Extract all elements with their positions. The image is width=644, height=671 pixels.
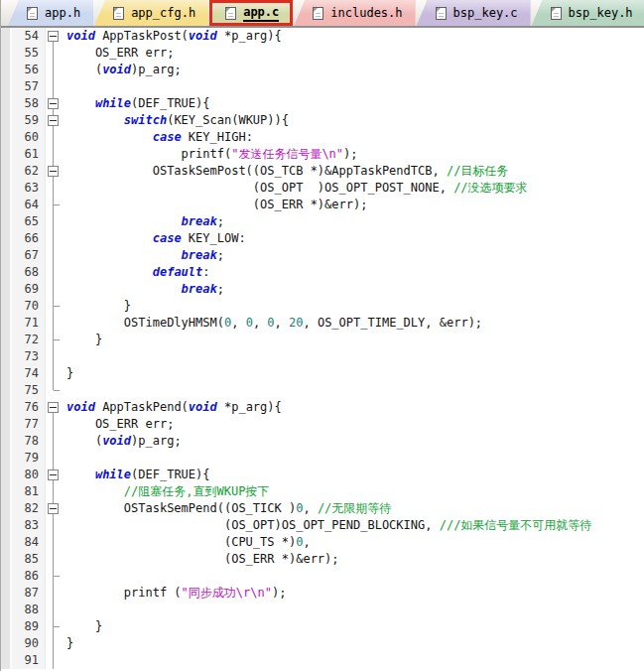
code-text[interactable]: default: <box>61 264 210 281</box>
code-text[interactable] <box>61 78 66 95</box>
code-line: 81 //阻塞任务,直到WKUP按下 <box>1 483 644 500</box>
gutter-margin <box>1 517 12 534</box>
line-number: 74 <box>12 365 45 382</box>
code-text[interactable]: (OS_ERR *)&err); <box>61 197 367 213</box>
fold-connector <box>53 264 54 281</box>
code-text[interactable]: OSTaskSemPost((OS_TCB *)&AppTaskPendTCB,… <box>61 163 508 180</box>
gutter-margin <box>1 45 12 62</box>
code-text[interactable]: void AppTaskPost(void *p_arg){ <box>61 28 282 45</box>
code-text[interactable]: case KEY_HIGH: <box>61 129 253 146</box>
code-text[interactable] <box>61 602 66 618</box>
fold-margin <box>45 585 61 602</box>
fold-collapse-icon[interactable] <box>48 503 59 514</box>
fold-collapse-icon[interactable] <box>48 98 59 109</box>
code-line: 68 default: <box>1 264 644 281</box>
gutter-margin <box>1 635 12 652</box>
tab-app-c[interactable]: app.c <box>209 0 293 26</box>
code-text[interactable]: (OS_OPT)OS_OPT_PEND_BLOCKING, ///如果信号量不可… <box>61 517 591 534</box>
line-number: 91 <box>12 652 45 669</box>
tab-app-h[interactable]: app.h <box>8 0 93 26</box>
code-text[interactable]: printf ("同步成功\r\n"); <box>61 585 286 602</box>
code-text[interactable]: (void)p_arg; <box>61 62 182 78</box>
code-text[interactable]: case KEY_LOW: <box>61 230 246 247</box>
line-number: 55 <box>12 45 45 62</box>
code-token: void <box>102 63 131 76</box>
code-text[interactable] <box>61 382 66 399</box>
code-token <box>66 231 153 245</box>
code-line: 60 case KEY_HIGH: <box>1 129 644 146</box>
fold-connector <box>53 45 54 62</box>
fold-collapse-icon[interactable] <box>48 31 59 42</box>
fold-collapse-icon[interactable] <box>48 115 59 126</box>
code-text[interactable]: OS_ERR err; <box>61 45 174 62</box>
code-text[interactable] <box>61 568 66 585</box>
line-number: 58 <box>12 95 45 112</box>
tab-bsp_key-h[interactable]: bsp_key.h <box>532 0 644 26</box>
fold-connector <box>53 585 54 602</box>
code-text[interactable]: (CPU_TS *)0, <box>61 534 311 551</box>
code-token <box>66 265 153 279</box>
tab-label: bsp_key.h <box>569 6 633 20</box>
line-number: 57 <box>12 78 45 95</box>
code-line: 88 <box>1 602 644 618</box>
code-text[interactable] <box>61 348 66 365</box>
line-number: 78 <box>12 433 45 450</box>
code-text[interactable]: //阻塞任务,直到WKUP按下 <box>61 483 269 500</box>
code-text[interactable]: printf("发送任务信号量\n"); <box>61 146 358 163</box>
code-token <box>66 96 95 110</box>
tab-bsp_key-c[interactable]: bsp_key.c <box>417 0 531 26</box>
code-token: "同步成功\r\n" <box>182 586 272 600</box>
fold-collapse-icon[interactable] <box>48 402 59 413</box>
fold-margin <box>45 365 61 382</box>
code-line: 83 (OS_OPT)OS_OPT_PEND_BLOCKING, ///如果信号… <box>1 517 644 534</box>
code-text[interactable]: void AppTaskPend(void *p_arg){ <box>61 399 282 416</box>
code-text[interactable]: } <box>61 635 73 652</box>
code-text[interactable]: } <box>61 365 73 382</box>
code-text[interactable] <box>61 450 66 467</box>
code-text[interactable]: (OS_OPT )OS_OPT_POST_NONE, //没选项要求 <box>61 180 528 197</box>
code-text[interactable]: break; <box>61 213 224 230</box>
document-icon <box>27 7 38 20</box>
code-token: default <box>153 265 203 279</box>
code-line: 86 <box>1 568 644 585</box>
code-area[interactable]: 54void AppTaskPost(void *p_arg){55 OS_ER… <box>1 28 644 669</box>
code-text[interactable]: (OS_ERR *)&err); <box>61 551 339 568</box>
tab-includes-h[interactable]: includes.h <box>294 0 415 26</box>
code-text[interactable] <box>61 652 66 669</box>
code-text[interactable]: OSTaskSemPend((OS_TICK )0, //无限期等待 <box>61 500 391 517</box>
code-text[interactable]: OS_ERR err; <box>61 416 174 433</box>
code-line: 69 break; <box>1 281 644 298</box>
code-text[interactable]: OSTimeDlyHMSM(0, 0, 0, 20, OS_OPT_TIME_D… <box>61 315 482 332</box>
tab-app_cfg-h[interactable]: app_cfg.h <box>94 0 208 26</box>
fold-collapse-icon[interactable] <box>48 470 59 480</box>
code-text[interactable]: } <box>61 618 102 635</box>
fold-margin <box>45 382 61 399</box>
gutter-margin <box>1 450 12 467</box>
code-line: 58 while(DEF_TRUE){ <box>1 95 644 112</box>
line-number: 75 <box>12 382 45 399</box>
code-token: ; <box>217 282 224 296</box>
fold-collapse-icon[interactable] <box>48 166 59 177</box>
code-text[interactable]: while(DEF_TRUE){ <box>61 95 210 112</box>
code-text[interactable]: } <box>61 332 102 348</box>
fold-margin <box>45 652 61 669</box>
code-text[interactable]: } <box>61 298 131 315</box>
code-text[interactable]: while(DEF_TRUE){ <box>61 467 210 483</box>
fold-connector <box>53 517 54 534</box>
gutter-margin <box>1 112 12 129</box>
code-text[interactable]: break; <box>61 281 224 298</box>
line-number: 79 <box>12 450 45 467</box>
code-token: 0 <box>267 316 274 330</box>
code-text[interactable]: break; <box>61 247 224 264</box>
code-line: 54void AppTaskPost(void *p_arg){ <box>1 28 644 45</box>
code-token: 0 <box>246 316 253 330</box>
code-line: 82 OSTaskSemPend((OS_TICK )0, //无限期等待 <box>1 500 644 517</box>
code-token: ; <box>217 248 224 262</box>
fold-connector <box>53 635 54 652</box>
fold-margin <box>45 483 61 500</box>
gutter-margin <box>1 652 12 669</box>
code-text[interactable]: switch(KEY_Scan(WKUP)){ <box>61 112 289 129</box>
code-token: } <box>66 619 102 633</box>
code-text[interactable]: (void)p_arg; <box>61 433 182 450</box>
code-line: 72 } <box>1 332 644 348</box>
